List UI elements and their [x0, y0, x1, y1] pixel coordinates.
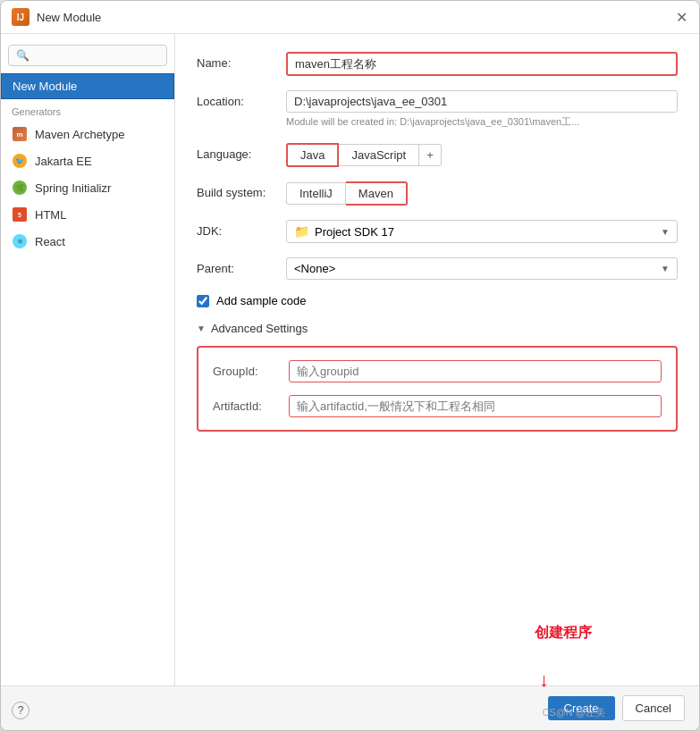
footer: 创建程序 ↓ ? CS@N @左美 Create Cancel: [1, 685, 699, 730]
groupid-label: GroupId:: [213, 365, 289, 378]
advanced-collapse-icon: ▼: [197, 323, 206, 333]
maven-archetype-label: Maven Archetype: [35, 128, 124, 141]
build-row: Build system: IntelliJ Maven: [197, 181, 678, 206]
groupid-input[interactable]: [289, 360, 662, 382]
search-box: [1, 41, 174, 70]
parent-row: Parent: <None> ▼: [197, 257, 678, 280]
sidebar-item-new-module-label: New Module: [13, 80, 77, 93]
sidebar-item-jakarta-ee[interactable]: 🐦 Jakarta EE: [1, 147, 174, 174]
language-button-group: Java JavaScript +: [286, 143, 678, 167]
parent-control: <None> ▼: [286, 257, 678, 280]
location-label: Location:: [197, 90, 286, 108]
jdk-label: JDK:: [197, 220, 286, 238]
close-button[interactable]: ✕: [674, 10, 688, 24]
artifactid-row: ArtifactId:: [213, 395, 662, 417]
content-area: Name: Location: Module will be created i…: [175, 34, 699, 685]
artifactid-input[interactable]: [289, 395, 662, 417]
build-maven-button[interactable]: Maven: [346, 181, 408, 206]
jdk-control: 📁 Project SDK 17 ▼: [286, 220, 678, 243]
sidebar-item-react[interactable]: ⚛ React: [1, 228, 174, 255]
sidebar: New Module Generators m Maven Archetype …: [1, 34, 175, 685]
name-input[interactable]: [286, 52, 678, 76]
location-input[interactable]: [286, 90, 678, 113]
parent-dropdown[interactable]: <None> ▼: [286, 257, 678, 280]
maven-icon: m: [12, 126, 28, 142]
app-icon: IJ: [12, 8, 30, 26]
react-icon: ⚛: [12, 233, 28, 249]
groupid-row: GroupId:: [213, 360, 662, 382]
jakarta-ee-label: Jakarta EE: [35, 155, 92, 168]
sample-code-checkbox[interactable]: [197, 295, 209, 307]
jakarta-icon: 🐦: [12, 153, 28, 169]
react-label: React: [35, 235, 65, 248]
build-button-group: IntelliJ Maven: [286, 181, 678, 206]
main-content: New Module Generators m Maven Archetype …: [1, 34, 699, 685]
cancel-button[interactable]: Cancel: [622, 695, 685, 721]
parent-label: Parent:: [197, 257, 286, 275]
lang-javascript-button[interactable]: JavaScript: [339, 144, 419, 166]
jdk-row: JDK: 📁 Project SDK 17 ▼: [197, 220, 678, 243]
spring-icon: 🌿: [12, 180, 28, 196]
title-bar: IJ New Module ✕: [1, 1, 699, 34]
sidebar-item-spring-initializr[interactable]: 🌿 Spring Initializr: [1, 174, 174, 201]
name-control: [286, 52, 678, 76]
watermark: CS@N @左美: [542, 706, 605, 719]
generators-label: Generators: [1, 99, 174, 121]
language-label: Language:: [197, 143, 286, 161]
language-row: Language: Java JavaScript +: [197, 143, 678, 167]
lang-java-button[interactable]: Java: [286, 143, 339, 167]
advanced-header[interactable]: ▼ Advanced Settings: [197, 322, 678, 335]
search-input[interactable]: [8, 45, 167, 66]
lang-add-button[interactable]: +: [419, 144, 442, 166]
jdk-value: Project SDK 17: [315, 225, 661, 239]
location-row: Location: Module will be created in: D:\…: [197, 90, 678, 129]
build-control: IntelliJ Maven: [286, 181, 678, 206]
folder-icon: 📁: [294, 224, 309, 239]
parent-value: <None>: [294, 262, 661, 275]
name-row: Name:: [197, 52, 678, 76]
language-control: Java JavaScript +: [286, 143, 678, 167]
artifactid-label: ArtifactId:: [213, 399, 289, 413]
help-button[interactable]: ?: [12, 702, 30, 719]
jdk-dropdown[interactable]: 📁 Project SDK 17 ▼: [286, 220, 678, 243]
sample-code-row: Add sample code: [197, 294, 678, 307]
advanced-label: Advanced Settings: [211, 322, 308, 335]
build-label: Build system:: [197, 181, 286, 199]
build-intellij-button[interactable]: IntelliJ: [286, 182, 346, 205]
sample-code-label[interactable]: Add sample code: [216, 294, 306, 307]
dialog-title: New Module: [37, 11, 674, 24]
sidebar-item-maven-archetype[interactable]: m Maven Archetype: [1, 121, 174, 147]
parent-dropdown-arrow: ▼: [661, 264, 670, 273]
advanced-section: ▼ Advanced Settings GroupId: ArtifactId:: [197, 322, 678, 432]
new-module-dialog: IJ New Module ✕ New Module Generators m …: [0, 0, 700, 731]
sidebar-item-html[interactable]: 5 HTML: [1, 201, 174, 228]
location-hint: Module will be created in: D:\javaprojec…: [286, 115, 678, 129]
html-icon: 5: [12, 206, 28, 223]
html-label: HTML: [35, 208, 66, 222]
jdk-dropdown-arrow: ▼: [661, 227, 670, 237]
advanced-body: GroupId: ArtifactId:: [197, 346, 678, 432]
name-label: Name:: [197, 52, 286, 70]
sidebar-item-new-module[interactable]: New Module: [1, 73, 174, 99]
spring-initializr-label: Spring Initializr: [35, 181, 111, 195]
location-control: Module will be created in: D:\javaprojec…: [286, 90, 678, 129]
